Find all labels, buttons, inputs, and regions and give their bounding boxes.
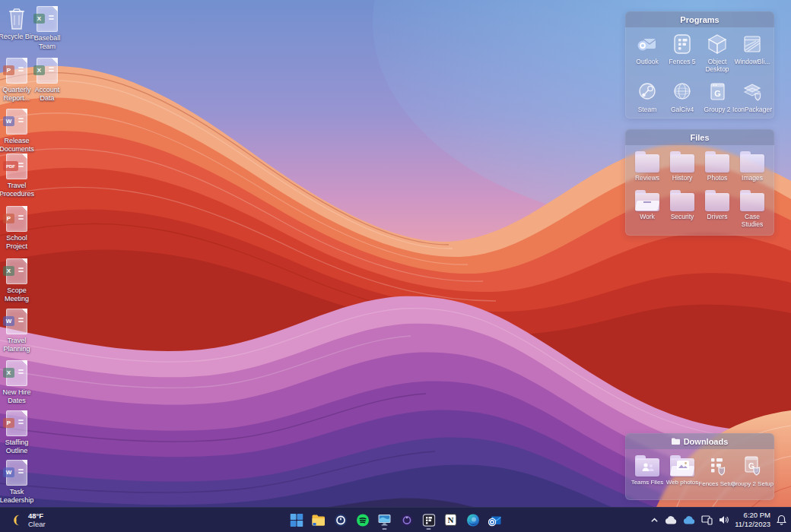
photo-glyph [677, 461, 689, 470]
outlook-envelope-icon [488, 514, 502, 527]
weather-widget[interactable]: 48°F Clear [6, 508, 50, 532]
groupy-window-icon: G [705, 80, 729, 104]
fence-item-web-photos[interactable]: Web photos [665, 454, 700, 487]
fence-item-security[interactable]: Security [665, 188, 700, 229]
file-explorer-button[interactable] [310, 509, 328, 530]
fence-item-outlook[interactable]: Outlook [630, 32, 665, 74]
excel-file-icon: X [37, 58, 58, 84]
outlook-icon [635, 32, 659, 56]
desktop-icon-label: Staffing Outline [0, 439, 37, 454]
fence-item-groupy-2-setup[interactable]: G Groupy 2 Setup [735, 454, 770, 487]
desktop-icon-task-leadership[interactable]: W Task Leadership [0, 460, 33, 504]
desktop-icon-label: Task Leadership [0, 488, 37, 504]
onedrive-cloud-icon [683, 516, 695, 524]
svg-text:G: G [714, 88, 721, 97]
desktop-icon-school-project[interactable]: P School Project [0, 206, 33, 250]
word-file-icon: W [6, 109, 27, 135]
fence-programs: Programs Outlook [625, 11, 774, 119]
fence-item-teams-files[interactable]: Teams Files [630, 454, 665, 487]
fence-item-work[interactable]: Work [630, 188, 665, 229]
fence-programs-header[interactable]: Programs [625, 11, 774, 27]
fence-downloads-header[interactable]: Downloads [625, 433, 774, 449]
phone-link-tray[interactable] [701, 515, 713, 525]
fence-item-images[interactable]: Images [735, 150, 770, 182]
fence-title: Programs [680, 15, 719, 24]
outlook-button[interactable] [486, 509, 504, 530]
fence-item-iconpackager[interactable]: IconPackager [735, 80, 770, 114]
fence-item-label: History [672, 175, 692, 182]
folder-icon [635, 154, 659, 173]
fences-button[interactable] [420, 509, 438, 530]
notion-button[interactable]: N [442, 509, 460, 530]
fence-item-fences-setup[interactable]: Fences Setup [700, 454, 735, 487]
fence-item-label: Web photos [666, 479, 699, 486]
desktop-icon-staffing-outline[interactable]: P Staffing Outline [0, 410, 33, 454]
fence-downloads: Downloads Teams Files [625, 433, 774, 500]
notion-icon: N [445, 514, 457, 526]
monitor-icon [378, 514, 392, 527]
fence-item-drivers[interactable]: Drivers [700, 188, 735, 229]
phone-link-icon [701, 515, 713, 525]
desktop-icon-release-documents[interactable]: W Release Documents [0, 109, 33, 153]
fence-item-fences-5[interactable]: Fences 5 [665, 32, 700, 74]
start11-button[interactable] [398, 509, 416, 530]
fence-item-label: Security [671, 214, 694, 221]
fence-item-groupy-2[interactable]: G Groupy 2 [700, 80, 735, 114]
fence-item-windowblinds[interactable]: WindowBli... [735, 32, 770, 74]
hidden-icons-chevron[interactable] [650, 516, 659, 524]
excel-file-icon: X [37, 6, 58, 32]
people-glyph [641, 462, 654, 473]
1password-button[interactable] [332, 509, 350, 530]
fence-files-header[interactable]: Files [625, 129, 774, 145]
volume-tray[interactable] [719, 515, 729, 524]
file-explorer-icon [311, 514, 326, 527]
folder-icon [670, 193, 694, 211]
fence-item-label: GalCiv4 [671, 106, 694, 114]
deskscapes-button[interactable] [376, 509, 394, 530]
spotify-button[interactable] [354, 509, 372, 530]
fence-item-label: Images [742, 175, 763, 182]
edge-button[interactable] [464, 509, 482, 530]
groupy-shield-icon: G [740, 454, 764, 478]
fence-item-label: Object Desktop [700, 59, 735, 74]
fence-item-galciv4[interactable]: GalCiv4 [665, 80, 700, 114]
fence-item-case-studies[interactable]: Case Studies [735, 188, 770, 229]
desktop-icon-label: Travel Planning [0, 337, 37, 353]
steam-icon [635, 80, 659, 104]
fence-item-reviews[interactable]: Reviews [630, 150, 665, 182]
fence-title: Files [690, 133, 709, 142]
clock[interactable]: 6:20 PM 11/12/2023 [735, 511, 770, 530]
fence-item-photos[interactable]: Photos [700, 150, 735, 182]
folder-icon [705, 154, 729, 173]
fence-item-history[interactable]: History [665, 150, 700, 182]
fence-item-object-desktop[interactable]: Object Desktop [700, 32, 735, 74]
notification-bell[interactable] [777, 515, 786, 525]
folder-people-icon [635, 458, 659, 477]
purple-orb-icon [400, 514, 413, 527]
desktop-icon-travel-planning[interactable]: W Travel Planning [0, 309, 33, 353]
powerpoint-file-icon: P [6, 206, 27, 232]
desktop-icon-baseball-team[interactable]: X Baseball Team [30, 6, 64, 50]
fence-item-label: Outlook [636, 59, 658, 66]
fence-item-label: Groupy 2 [704, 106, 731, 114]
taskbar: 48°F Clear [0, 507, 791, 532]
desktop-icon-travel-procedures[interactable]: PDF Travel Procedures [0, 154, 33, 198]
speaker-icon [719, 515, 729, 524]
fence-item-steam[interactable]: Steam [630, 80, 665, 114]
desktop-icon-label: New Hire Dates [0, 388, 37, 404]
desktop-icon-label: Scope Meeting [0, 287, 37, 302]
cloud-icon [665, 516, 677, 524]
galciv-globe-icon [670, 80, 694, 104]
open-folder-icon [635, 193, 659, 211]
desktop-icon-scope-meeting[interactable]: X Scope Meeting [0, 258, 33, 302]
fence-files: Files Reviews History Photos Images Work [625, 129, 774, 236]
desktop-icon-new-hire-dates[interactable]: X New Hire Dates [0, 360, 33, 404]
fence-item-label: WindowBli... [735, 59, 770, 66]
start-button[interactable] [287, 509, 306, 530]
running-indicator [383, 528, 387, 530]
tray-cloud[interactable] [665, 516, 677, 524]
desktop-icon-account-data[interactable]: X Account Data [30, 58, 64, 102]
onedrive-tray[interactable] [683, 516, 695, 524]
spotify-icon [356, 514, 369, 527]
folder-icon [670, 154, 694, 173]
